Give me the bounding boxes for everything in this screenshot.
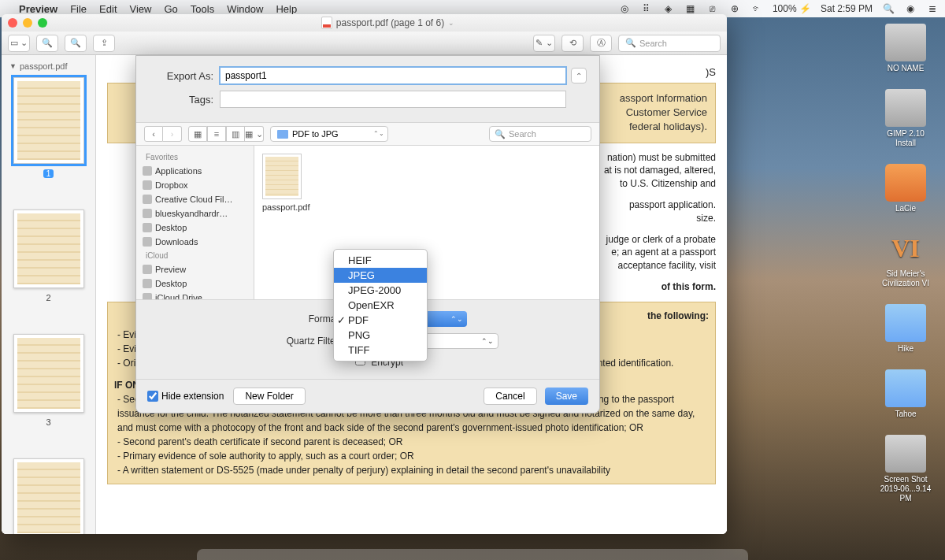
browser-toolbar: ‹ › ▦ ≡ ▥ ▦ ⌄ PDF to JPG 🔍 Search [136, 122, 599, 146]
toolbar: ▭ ⌄ 🔍 🔍 ⇪ ✎ ⌄ ⟲ Ⓐ 🔍 Search [2, 32, 727, 55]
preview-window: passport.pdf (page 1 of 6) ⌄ ▭ ⌄ 🔍 🔍 ⇪ ✎… [2, 14, 727, 534]
markup-button[interactable]: Ⓐ [590, 35, 612, 52]
forward-button[interactable]: › [163, 126, 182, 142]
status-icon[interactable]: ◎ [618, 2, 631, 15]
app-name[interactable]: Preview [19, 3, 57, 15]
format-option-pdf[interactable]: PDF [334, 313, 427, 328]
sidebar-item-downloads[interactable]: Downloads [139, 235, 250, 249]
page-number-1: 1 [43, 169, 54, 178]
titlebar: passport.pdf (page 1 of 6) ⌄ [2, 14, 727, 32]
desktop-item-civ6[interactable]: VISid Meier's Civilization VI [876, 229, 936, 288]
rotate-button[interactable]: ⟲ [561, 35, 584, 52]
desktop-item-lacie[interactable]: LaCie [885, 164, 926, 213]
minimize-button[interactable] [23, 18, 32, 28]
format-option-openexr[interactable]: OpenEXR [334, 298, 427, 313]
save-button[interactable]: Save [545, 388, 588, 405]
desktop-item-screenshot[interactable]: Screen Shot 2019-06...9.14 PM [876, 435, 936, 503]
desktop-icons: NO NAME GIMP 2.10 Install LaCie VISid Me… [874, 24, 937, 503]
status-icon[interactable]: ⊕ [728, 2, 741, 15]
menu-edit[interactable]: Edit [99, 3, 117, 15]
export-as-input[interactable] [220, 67, 566, 84]
sidebar-item-preview[interactable]: Preview [139, 262, 250, 276]
format-option-heif[interactable]: HEIF [334, 253, 427, 268]
display-icon[interactable]: ⎚ [706, 2, 719, 15]
folder-icon [277, 130, 288, 139]
sidebar-item-applications[interactable]: Applications [139, 164, 250, 178]
format-section: Format: Quartz Filter: Encrypt HEIF JPEG… [136, 299, 599, 379]
battery-status[interactable]: 100% ⚡ [773, 3, 811, 14]
spotlight-icon[interactable]: 🔍 [882, 2, 895, 15]
dock[interactable] [197, 549, 748, 560]
tags-label: Tags: [149, 94, 213, 106]
gallery-view-button[interactable]: ▦ ⌄ [245, 126, 264, 142]
favorites-section: Favorites [139, 150, 250, 164]
share-button[interactable]: ⇪ [93, 35, 115, 52]
pdf-icon [321, 17, 332, 29]
page-thumbnail-2[interactable] [13, 210, 84, 288]
icloud-section: iCloud [139, 249, 250, 262]
sidebar-item-icloud-drive[interactable]: iCloud Drive [139, 291, 250, 299]
format-option-jpeg2000[interactable]: JPEG-2000 [334, 283, 427, 298]
thumbnail-sidebar: ▼passport.pdf 1 2 3 [2, 55, 96, 534]
menu-help[interactable]: Help [276, 3, 297, 15]
sidebar-item-home[interactable]: blueskyandhardr… [139, 206, 250, 221]
menu-go[interactable]: Go [164, 3, 177, 15]
toolbar-search[interactable]: 🔍 Search [618, 35, 721, 52]
page-thumbnail-4[interactable] [13, 458, 84, 534]
desktop-item-gimp[interactable]: GIMP 2.10 Install [876, 89, 936, 148]
format-option-jpeg[interactable]: JPEG [334, 268, 427, 283]
page-number-3: 3 [6, 417, 91, 427]
hide-extension-checkbox[interactable]: Hide extension [147, 391, 224, 402]
browser-search[interactable]: 🔍 Search [489, 126, 591, 142]
file-item[interactable] [262, 154, 302, 199]
column-view-button[interactable]: ▥ [226, 126, 245, 142]
format-option-tiff[interactable]: TIFF [334, 343, 427, 358]
desktop-item-hike[interactable]: Hike [885, 304, 926, 354]
siri-icon[interactable]: ◉ [904, 2, 917, 15]
sheet-footer: Hide extension New Folder Cancel Save [136, 379, 599, 413]
close-button[interactable] [8, 18, 17, 28]
zoom-out-button[interactable]: 🔍 [36, 35, 58, 52]
format-option-png[interactable]: PNG [334, 328, 427, 343]
sidebar-item-dropbox[interactable]: Dropbox [139, 178, 250, 192]
zoom-in-button[interactable]: 🔍 [65, 35, 87, 52]
location-select[interactable]: PDF to JPG [270, 126, 388, 142]
title-dropdown-icon[interactable]: ⌄ [448, 19, 454, 27]
maximize-button[interactable] [38, 18, 47, 28]
back-button[interactable]: ‹ [144, 126, 163, 142]
finder-sidebar: Favorites Applications Dropbox Creative … [136, 146, 254, 299]
sidebar-header[interactable]: ▼passport.pdf [6, 60, 91, 72]
dropbox-icon[interactable]: ⠿ [640, 2, 653, 15]
file-label: passport.pdf [262, 202, 310, 212]
sidebar-item-creativecloud[interactable]: Creative Cloud Fil… [139, 192, 250, 206]
list-view-button[interactable]: ≡ [207, 126, 226, 142]
view-mode-button[interactable]: ▭ ⌄ [8, 35, 30, 52]
page-number-2: 2 [6, 293, 91, 302]
format-label: Format: [152, 313, 341, 325]
desktop-item-noname[interactable]: NO NAME [885, 24, 926, 73]
export-as-label: Export As: [149, 70, 213, 82]
highlight-button[interactable]: ✎ ⌄ [533, 35, 555, 52]
notifications-icon[interactable]: ≣ [926, 2, 939, 15]
cancel-button[interactable]: Cancel [484, 388, 536, 405]
icon-view-button[interactable]: ▦ [188, 126, 207, 142]
wifi-icon[interactable]: ᯤ [750, 2, 763, 15]
page-thumbnail-3[interactable] [13, 334, 84, 413]
quartz-filter-label: Quartz Filter: [152, 336, 341, 347]
format-dropdown-menu: HEIF JPEG JPEG-2000 OpenEXR PDF PNG TIFF [333, 249, 428, 362]
export-sheet: Export As: ⌃ Tags: ‹ › ▦ ≡ ▥ ▦ ⌄ [135, 55, 600, 414]
clock[interactable]: Sat 2:59 PM [821, 3, 873, 14]
page-thumbnail-1[interactable] [13, 77, 84, 164]
sidebar-item-desktop[interactable]: Desktop [139, 221, 250, 235]
sidebar-item-icloud-desktop[interactable]: Desktop [139, 276, 250, 291]
status-icon[interactable]: ◈ [662, 2, 675, 15]
status-icon[interactable]: ▦ [684, 2, 697, 15]
new-folder-button[interactable]: New Folder [233, 388, 305, 405]
menu-window[interactable]: Window [227, 3, 263, 15]
desktop-item-tahoe[interactable]: Tahoe [885, 369, 926, 419]
menu-view[interactable]: View [130, 3, 152, 15]
collapse-button[interactable]: ⌃ [571, 68, 587, 83]
menu-tools[interactable]: Tools [191, 3, 214, 15]
tags-input[interactable] [220, 91, 566, 108]
menu-file[interactable]: File [70, 3, 87, 15]
